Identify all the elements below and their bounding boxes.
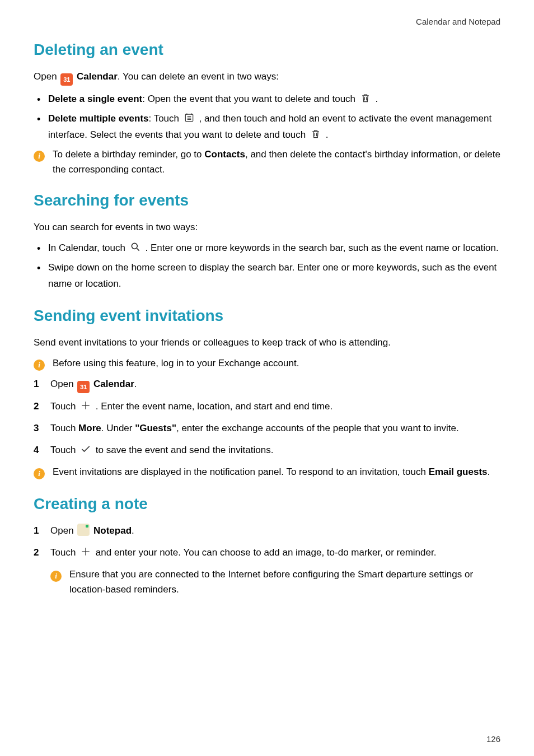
heading-creating-note: Creating a note (34, 495, 500, 513)
text: Event invitations are displayed in the n… (53, 466, 429, 477)
text: . Enter one or more keywords in the sear… (143, 242, 499, 253)
text: . Enter the event name, location, and st… (93, 401, 332, 412)
text: In Calendar, touch (48, 242, 128, 253)
guests-label: "Guests" (135, 423, 176, 433)
text: to save the event and send the invitatio… (93, 445, 273, 455)
info-birthday-reminder: i To delete a birthday reminder, go to C… (34, 147, 500, 177)
text: : Open the event that you want to delete… (142, 94, 358, 104)
info-icon: i (34, 357, 47, 372)
text: Touch (50, 547, 78, 558)
heading-deleting-event: Deleting an event (34, 41, 500, 59)
text: . Under (101, 423, 135, 433)
trash-icon (310, 128, 321, 139)
intro-invitations: Send event invitations to your friends o… (34, 335, 500, 350)
text: . (488, 466, 490, 477)
bullet-delete-single: Delete a single event: Open the event th… (34, 91, 500, 108)
step-number: 2 (34, 399, 39, 415)
text: . You can delete an event in two ways: (118, 71, 279, 82)
text: . (134, 379, 137, 389)
list-view-icon (184, 112, 195, 123)
plus-icon (80, 546, 91, 557)
intro-deleting-event: Open 31 Calendar. You can delete an even… (34, 69, 500, 86)
step-number: 1 (34, 523, 39, 539)
heading-searching-events: Searching for events (34, 192, 500, 209)
step-3-more-guests: 3 Touch More. Under "Guests", enter the … (34, 421, 500, 437)
info-icon: i (50, 568, 64, 583)
step-number: 1 (34, 376, 39, 393)
step-number: 3 (34, 421, 39, 437)
text: and enter your note. You can choose to a… (93, 547, 436, 558)
search-icon (130, 241, 141, 253)
page-header: Calendar and Notepad (34, 17, 500, 26)
step-1-open-calendar: 1 Open 31 Calendar. (34, 376, 500, 393)
info-icon: i (34, 465, 47, 480)
text: : Touch (149, 113, 182, 124)
info-exchange-login: i Before using this feature, log in to y… (34, 356, 500, 372)
heading-sending-invitations: Sending event invitations (34, 307, 500, 325)
text: Open (50, 379, 76, 389)
notepad-app-icon (77, 524, 90, 536)
text: Swipe down on the home screen to display… (48, 262, 496, 289)
info-text: Ensure that you are connected to the Int… (69, 567, 500, 597)
svg-point-1 (132, 244, 137, 249)
step-2-touch-plus-note: 2 Touch and enter your note. You can cho… (34, 545, 500, 561)
text: . (132, 525, 134, 536)
step-number: 2 (34, 545, 39, 561)
step-number: 4 (34, 442, 39, 459)
text: Open (50, 525, 76, 536)
more-label: More (78, 423, 101, 433)
text-strong: Delete a single event (48, 94, 142, 104)
calendar-label: Calendar (93, 379, 134, 389)
trash-icon (360, 92, 371, 104)
info-icon: i (34, 148, 47, 163)
text-strong: Delete multiple events (48, 113, 149, 124)
text: Touch (50, 445, 78, 455)
step-2-touch-plus: 2 Touch . Enter the event name, location… (34, 399, 500, 415)
step-4-save: 4 Touch to save the event and send the i… (34, 442, 500, 459)
checkmark-icon (80, 444, 91, 455)
calendar-label: Calendar (77, 71, 118, 82)
contacts-label: Contacts (204, 149, 245, 160)
info-notification-panel: i Event invitations are displayed in the… (34, 464, 500, 480)
intro-searching: You can search for events in two ways: (34, 220, 500, 235)
text: To delete a birthday reminder, go to (53, 149, 204, 160)
bullet-search-home: Swipe down on the home screen to display… (34, 260, 500, 292)
calendar-app-icon: 31 (77, 381, 90, 393)
text: Touch (50, 423, 78, 433)
email-guests-label: Email guests (429, 466, 488, 477)
step-1-open-notepad: 1 Open Notepad. (34, 523, 500, 539)
bullet-search-calendar: In Calendar, touch . Enter one or more k… (34, 240, 500, 256)
text: . (373, 94, 378, 104)
text: Open (34, 71, 59, 82)
text: Touch (50, 401, 78, 412)
bullet-delete-multiple: Delete multiple events: Touch , and then… (34, 111, 500, 143)
page-number: 126 (486, 734, 500, 744)
info-text: To delete a birthday reminder, go to Con… (53, 147, 500, 177)
text: , enter the exchange accounts of the peo… (176, 423, 459, 433)
text: . (323, 129, 328, 140)
info-text: Before using this feature, log in to you… (53, 356, 500, 371)
calendar-app-icon: 31 (60, 73, 73, 86)
plus-icon (80, 400, 91, 411)
notepad-label: Notepad (93, 525, 132, 536)
info-internet-connection: i Ensure that you are connected to the I… (50, 567, 500, 597)
info-text: Event invitations are displayed in the n… (53, 464, 500, 479)
